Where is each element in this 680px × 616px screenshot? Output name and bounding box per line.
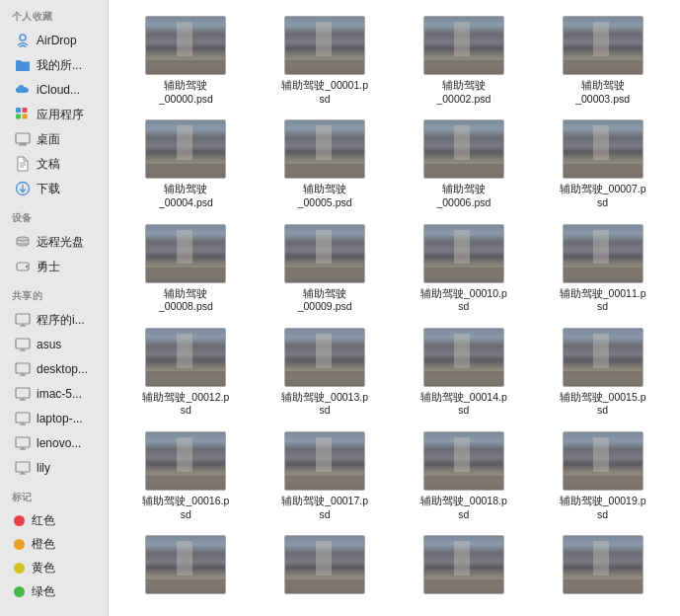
sidebar-item-tag-green[interactable]: 绿色: [4, 580, 104, 603]
file-item[interactable]: 辅助驾驶 _00003.psd: [535, 10, 670, 110]
file-label: 辅助驾驶_00019.psd: [559, 495, 647, 521]
sidebar-item-tag-yellow[interactable]: 黄色: [4, 557, 104, 579]
file-label: 辅助驾驶 _00006.psd: [436, 183, 491, 209]
file-item[interactable]: 辅助驾驶_00019.psd: [535, 425, 670, 525]
file-item[interactable]: 辅助驾驶_00015.psd: [535, 322, 670, 422]
sidebar-item-label: 程序的i...: [37, 312, 85, 329]
file-item[interactable]: 辅助驾驶_00007.psd: [535, 114, 670, 213]
sidebar-item-remote-disk[interactable]: 远程光盘: [4, 230, 104, 254]
sidebar-item-label: laptop-...: [37, 412, 83, 425]
file-item[interactable]: [258, 529, 393, 602]
file-item[interactable]: 辅助驾驶 _00005.psd: [258, 114, 393, 213]
file-item[interactable]: 辅助驾驶 _00008.psd: [118, 218, 254, 318]
file-thumbnail: [423, 224, 504, 283]
file-thumbnail: [563, 16, 643, 75]
tag-dot: [14, 515, 25, 526]
file-image-sim: [285, 432, 364, 490]
file-label: 辅助驾驶 _00008.psd: [159, 287, 213, 314]
file-image-sim: [564, 432, 642, 490]
file-item[interactable]: 辅助驾驶_00017.psd: [258, 425, 393, 525]
sidebar-item-label: 绿色: [32, 583, 55, 600]
file-image-sim: [146, 329, 225, 386]
sidebar-item-imac[interactable]: imac-5...: [4, 382, 104, 406]
sidebar-item-asus[interactable]: asus: [4, 333, 104, 356]
screen-icon: [14, 434, 32, 452]
file-item[interactable]: 辅助驾驶_00016.psd: [118, 425, 254, 525]
sidebar-item-myfiles[interactable]: 我的所...: [4, 53, 104, 77]
svg-rect-3: [16, 115, 21, 119]
svg-rect-20: [16, 339, 30, 348]
sidebar-item-label: 勇士: [37, 259, 60, 275]
sidebar-item-label: 下载: [37, 181, 60, 197]
file-item[interactable]: 辅助驾驶_00001.psd: [258, 10, 393, 110]
sidebar-item-documents[interactable]: 文稿: [4, 152, 104, 176]
file-item[interactable]: [118, 529, 254, 602]
svg-rect-5: [16, 133, 30, 143]
sidebar-item-applications[interactable]: 应用程序: [4, 103, 104, 126]
sidebar-item-laptop[interactable]: laptop-...: [4, 407, 104, 430]
sidebar-item-tag-red[interactable]: 红色: [4, 509, 104, 532]
svg-rect-29: [16, 413, 30, 423]
file-item[interactable]: 辅助驾驶_00013.psd: [258, 322, 393, 422]
screen-icon: [14, 336, 32, 353]
sidebar-item-airdrop[interactable]: AirDrop: [4, 29, 104, 52]
sidebar-item-yongshi[interactable]: 勇士: [4, 255, 104, 278]
file-item[interactable]: 辅助驾驶 _00009.psd: [258, 218, 393, 318]
file-label: 辅助驾驶_00013.psd: [280, 391, 369, 418]
file-thumbnail: [563, 535, 643, 594]
file-label: 辅助驾驶 _00000.psd: [159, 79, 213, 106]
sidebar-section-title: 标记: [0, 481, 108, 508]
sidebar-item-downloads[interactable]: 下载: [4, 177, 104, 200]
file-thumbnail: [145, 119, 226, 179]
file-item[interactable]: 辅助驾驶 _00002.psd: [397, 10, 532, 110]
sidebar-item-label: 黄色: [32, 560, 55, 577]
sidebar-item-label: desktop...: [37, 362, 88, 376]
sidebar-item-lily[interactable]: lily: [4, 456, 104, 480]
file-thumbnail: [423, 16, 504, 75]
file-item[interactable]: 辅助驾驶 _00006.psd: [397, 114, 532, 213]
tag-dot: [14, 539, 25, 550]
file-image-sim: [564, 329, 642, 386]
sidebar-item-desktop2[interactable]: desktop...: [4, 357, 104, 381]
main-content: 辅助驾驶 _00000.psd辅助驾驶_00001.psd辅助驾驶 _00002…: [109, 0, 680, 616]
sidebar-item-tag-orange[interactable]: 橙色: [4, 533, 104, 556]
file-item[interactable]: 辅助驾驶_00012.psd: [118, 322, 254, 422]
file-item[interactable]: 辅助驾驶_00011.psd: [535, 218, 670, 318]
sidebar-item-desktop[interactable]: 桌面: [4, 127, 104, 151]
folder-icon: [14, 56, 32, 74]
file-thumbnail: [145, 431, 226, 491]
sidebar-item-label: 橙色: [32, 536, 55, 553]
file-item[interactable]: 辅助驾驶_00014.psd: [397, 322, 532, 422]
file-thumbnail: [284, 328, 365, 387]
file-item[interactable]: [397, 529, 532, 602]
svg-rect-7: [19, 145, 27, 146]
sidebar-item-label: iCloud...: [37, 83, 80, 97]
sidebar-section-title: 个人收藏: [0, 0, 108, 28]
file-thumbnail: [563, 224, 643, 283]
file-thumbnail: [563, 328, 643, 387]
svg-rect-4: [23, 115, 28, 119]
svg-rect-17: [16, 314, 30, 324]
sidebar-item-lenovo[interactable]: lenovo...: [4, 431, 104, 455]
file-image-sim: [424, 17, 503, 74]
svg-point-14: [17, 237, 29, 241]
file-image-sim: [146, 120, 225, 178]
svg-point-16: [26, 266, 28, 268]
file-item[interactable]: 辅助驾驶_00018.psd: [397, 425, 532, 525]
file-item[interactable]: [535, 529, 670, 602]
sidebar: 个人收藏AirDrop我的所...iCloud...应用程序桌面文稿下载设备远程…: [0, 0, 109, 616]
sidebar-item-label: 桌面: [37, 131, 60, 148]
file-item[interactable]: 辅助驾驶_00010.psd: [397, 218, 532, 318]
sidebar-item-chengdei[interactable]: 程序的i...: [4, 308, 104, 332]
sidebar-item-label: asus: [37, 338, 61, 351]
sidebar-item-icloud[interactable]: iCloud...: [4, 78, 104, 102]
svg-point-0: [20, 35, 26, 40]
file-label: 辅助驾驶 _00005.psd: [298, 183, 352, 209]
file-label: 辅助驾驶_00017.psd: [280, 495, 369, 521]
file-label: 辅助驾驶_00015.psd: [559, 391, 647, 418]
file-thumbnail: [145, 535, 226, 594]
file-item[interactable]: 辅助驾驶 _00000.psd: [118, 10, 254, 110]
file-item[interactable]: 辅助驾驶 _00004.psd: [118, 114, 254, 213]
file-image-sim: [564, 17, 642, 74]
file-thumbnail: [145, 224, 226, 283]
